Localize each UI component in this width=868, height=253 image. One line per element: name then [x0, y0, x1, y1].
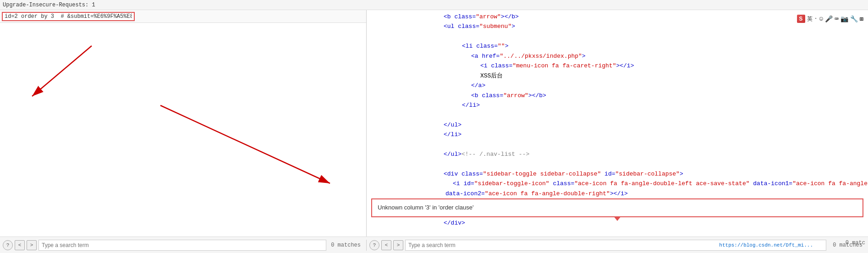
- code-line: </li>: [370, 130, 864, 139]
- code-line: <a href="../../pkxss/index.php">: [370, 51, 864, 61]
- code-line: </a>: [370, 81, 864, 90]
- top-bar: Upgrade-Insecure-Requests: 1: [0, 0, 868, 10]
- main-content: S 英 · ☺ 🎤 ⌨ 📷 🔧 ⊞ <b class="arrow"></b> …: [0, 10, 868, 236]
- left-panel: [0, 10, 367, 236]
- code-line: </li>: [370, 100, 864, 110]
- left-search-term-input[interactable]: [38, 240, 326, 251]
- code-line: <ul class="submenu">: [370, 22, 864, 31]
- sogou-en-icon[interactable]: 英: [807, 15, 813, 23]
- error-triangle: [614, 216, 621, 221]
- code-line: <li class="">: [370, 41, 864, 51]
- sogou-toolbar: S 英 · ☺ 🎤 ⌨ 📷 🔧 ⊞: [796, 14, 864, 24]
- code-line-xss: XSS后台: [370, 71, 864, 81]
- code-line: <i id="sidebar-toggle-icon" class="ace-i…: [370, 179, 864, 188]
- sogou-grid-icon[interactable]: ⊞: [860, 15, 863, 23]
- sogou-mic-icon[interactable]: 🎤: [825, 15, 833, 23]
- code-line: <div class="sidebar-toggle sidebar-colla…: [370, 169, 864, 179]
- error-box: Unknown column '3' in 'order clause': [371, 198, 863, 217]
- code-line: <b class="arrow"></b>: [370, 91, 864, 100]
- code-line: [370, 160, 864, 169]
- left-matches-label: 0 matches: [328, 242, 363, 248]
- arrows-svg: [0, 23, 367, 197]
- code-line: data-icon2="ace-icon fa fa-angle-double-…: [370, 189, 864, 198]
- code-line: </ul><!-- /.nav-list -->: [370, 149, 864, 159]
- left-drawing-area: [0, 23, 366, 220]
- right-prev-button[interactable]: <: [381, 240, 391, 250]
- sogou-settings-icon[interactable]: 🔧: [850, 15, 858, 23]
- code-line: </ul>: [370, 120, 864, 130]
- sogou-emoji-icon[interactable]: ☺: [819, 15, 823, 22]
- right-next-button[interactable]: >: [393, 240, 403, 250]
- top-bar-text: Upgrade-Insecure-Requests: 1: [3, 2, 95, 8]
- code-line: [370, 32, 864, 41]
- svg-line-2: [32, 46, 92, 96]
- left-search-input[interactable]: [2, 12, 135, 21]
- error-text: Unknown column '3' in 'order clause': [378, 204, 473, 211]
- sogou-camera-icon[interactable]: 📷: [841, 15, 848, 23]
- bottom-bar: ? < > 0 matches ? < > 0 matches https://…: [0, 236, 868, 253]
- left-bottom-bar: ? < > 0 matches: [0, 240, 367, 251]
- code-line: <i class="menu-icon fa fa-caret-right"><…: [370, 61, 864, 71]
- sogou-s-icon[interactable]: S: [797, 15, 805, 23]
- right-bottom-bar: ? < > 0 matches https://blog.csdn.net/Df…: [367, 240, 868, 251]
- sogou-keyboard-icon[interactable]: ⌨: [835, 15, 838, 23]
- svg-line-3: [160, 105, 330, 183]
- right-matches-far: 0 matc: [846, 240, 865, 246]
- right-help-button[interactable]: ?: [369, 240, 379, 250]
- code-line: <b class="arrow"></b>: [370, 12, 864, 22]
- code-line: [370, 110, 864, 120]
- left-search-bar: [0, 10, 366, 23]
- right-panel: S 英 · ☺ 🎤 ⌨ 📷 🔧 ⊞ <b class="arrow"></b> …: [367, 10, 868, 236]
- code-area: <b class="arrow"></b> <ul class="submenu…: [367, 10, 868, 236]
- left-next-button[interactable]: >: [27, 240, 37, 250]
- left-help-button[interactable]: ?: [3, 240, 13, 250]
- url-bar: https://blog.csdn.net/Dft_mi...: [719, 242, 813, 248]
- code-line: [370, 140, 864, 149]
- left-prev-button[interactable]: <: [15, 240, 25, 250]
- sogou-dot: ·: [814, 16, 818, 22]
